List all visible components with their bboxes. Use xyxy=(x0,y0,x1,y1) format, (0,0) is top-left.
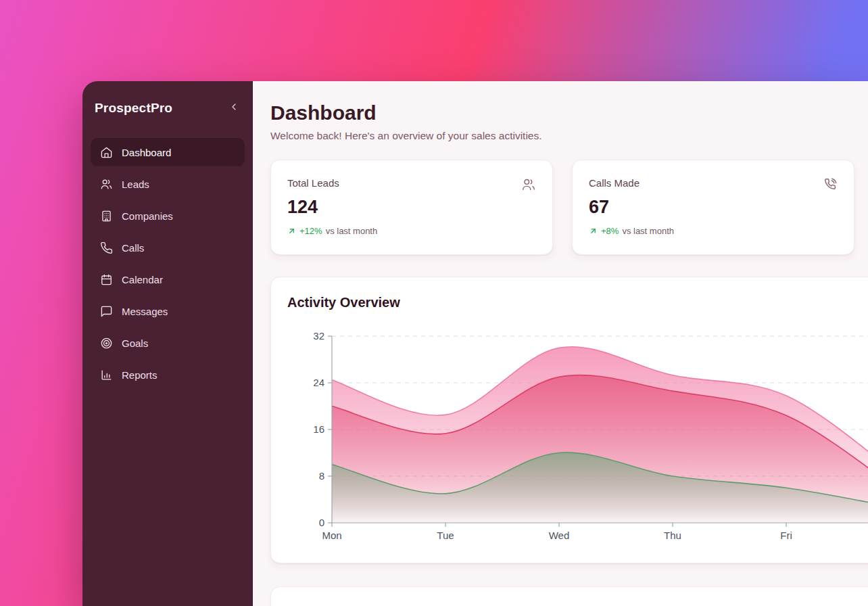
arrow-up-right-icon xyxy=(287,227,296,235)
activity-overview-card: Activity Overview 08162432MonTueWedThuFr… xyxy=(270,277,868,563)
brand-logo: ProspectPro xyxy=(95,101,172,116)
sidebar-item-companies[interactable]: Companies xyxy=(91,202,245,230)
y-tick-label: 16 xyxy=(313,423,324,435)
calendar-icon xyxy=(100,273,113,286)
activity-overview-chart-svg: 08162432MonTueWedThuFri xyxy=(287,320,868,547)
page-title: Dashboard xyxy=(270,101,868,124)
sidebar-item-label: Reports xyxy=(122,369,158,381)
sidebar-item-label: Leads xyxy=(122,179,149,190)
bar-chart-icon xyxy=(100,369,113,381)
x-tick-label: Mon xyxy=(322,530,341,541)
sidebar-item-leads[interactable]: Leads xyxy=(91,170,245,198)
stat-value: 124 xyxy=(287,197,536,218)
stat-card-calls-made: Calls Made67+8%vs last month xyxy=(572,160,854,255)
sidebar-item-label: Dashboard xyxy=(122,147,171,158)
arrow-up-right-icon xyxy=(589,227,598,235)
y-tick-label: 8 xyxy=(319,470,324,482)
stat-trend-suffix: vs last month xyxy=(326,226,378,236)
y-tick-label: 32 xyxy=(313,330,324,342)
stat-label: Calls Made xyxy=(589,177,640,189)
building-icon xyxy=(100,210,113,223)
activity-chart: 08162432MonTueWedThuFri xyxy=(287,320,868,547)
phone-call-icon xyxy=(823,177,838,192)
sidebar-nav: DashboardLeadsCompaniesCallsCalendarMess… xyxy=(91,138,245,389)
stat-label: Total Leads xyxy=(287,177,339,189)
x-tick-label: Tue xyxy=(437,530,454,541)
sidebar-item-label: Companies xyxy=(122,210,173,222)
stat-cards-row: Total Leads124+12%vs last monthCalls Mad… xyxy=(270,160,868,255)
users-icon xyxy=(100,178,113,191)
main-area: Dashboard Welcome back! Here's an overvi… xyxy=(253,81,868,606)
stat-value: 67 xyxy=(589,197,838,218)
stat-trend-suffix: vs last month xyxy=(622,226,674,236)
stat-trend-percent: +12% xyxy=(299,226,322,236)
chevron-left-icon xyxy=(228,101,239,114)
stat-trend-percent: +8% xyxy=(601,226,619,236)
sidebar-item-reports[interactable]: Reports xyxy=(91,360,245,389)
users-icon xyxy=(521,177,536,192)
next-section-card xyxy=(270,586,868,606)
phone-icon xyxy=(100,241,113,254)
sidebar-item-label: Calendar xyxy=(122,274,163,285)
x-tick-label: Wed xyxy=(549,530,570,541)
sidebar-item-messages[interactable]: Messages xyxy=(91,297,245,325)
sidebar-item-label: Messages xyxy=(122,306,168,317)
sidebar-item-dashboard[interactable]: Dashboard xyxy=(91,138,245,166)
sidebar-item-label: Goals xyxy=(122,337,148,349)
sidebar: ProspectPro DashboardLeadsCompaniesCalls… xyxy=(82,81,253,606)
target-icon xyxy=(100,337,113,350)
sidebar-item-label: Calls xyxy=(122,242,144,254)
chart-title: Activity Overview xyxy=(287,295,868,310)
y-tick-label: 0 xyxy=(319,517,324,528)
x-tick-label: Thu xyxy=(664,530,681,541)
sidebar-item-calls[interactable]: Calls xyxy=(91,233,245,262)
y-tick-label: 24 xyxy=(313,377,324,388)
sidebar-collapse-button[interactable] xyxy=(227,100,241,116)
sidebar-item-goals[interactable]: Goals xyxy=(91,329,245,357)
home-icon xyxy=(100,146,113,159)
sidebar-item-calendar[interactable]: Calendar xyxy=(91,265,245,294)
stat-card-total-leads: Total Leads124+12%vs last month xyxy=(270,160,553,255)
message-icon xyxy=(100,305,113,318)
sidebar-header: ProspectPro xyxy=(91,100,245,116)
x-tick-label: Fri xyxy=(780,530,792,541)
app-window: ProspectPro DashboardLeadsCompaniesCalls… xyxy=(82,81,868,606)
page-subtitle: Welcome back! Here's an overview of your… xyxy=(270,130,868,142)
